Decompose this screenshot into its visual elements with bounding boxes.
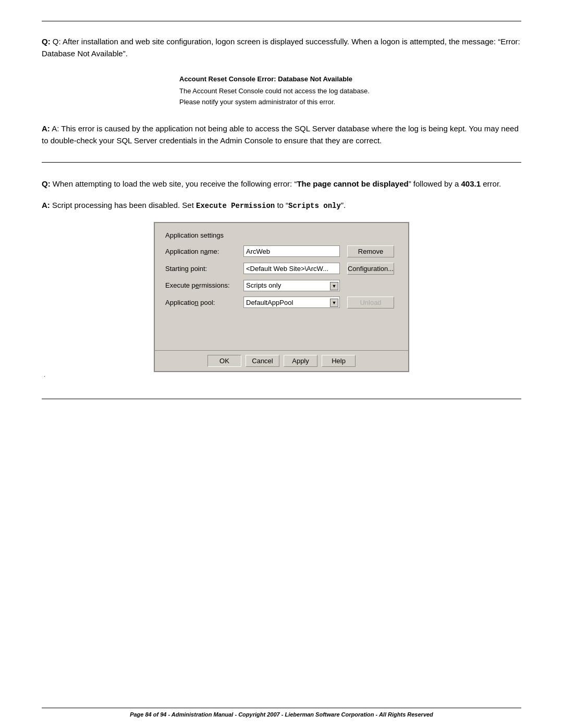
- middle-divider: [42, 162, 521, 163]
- dialog-apply-button[interactable]: Apply: [284, 355, 317, 367]
- dialog-select-value: Scripts only: [246, 281, 281, 289]
- dialog-input-appname[interactable]: [243, 245, 340, 257]
- dialog-row-appname: Application name: Remove: [165, 245, 398, 257]
- dialog-config-button[interactable]: Configuration...: [347, 263, 394, 275]
- dialog-remove-button[interactable]: Remove: [347, 245, 394, 257]
- dialog-select-pool-wrapper: DefaultAppPool ▼: [243, 297, 340, 308]
- dialog-row-execperms: Execute permissions: Scripts only ▼: [165, 280, 398, 291]
- dialog-screenshot: Application settings Application name: R…: [154, 222, 409, 372]
- q2-bold-q: Q:: [42, 179, 51, 188]
- dialog-row-apppool: Application pool: DefaultAppPool ▼ Unloa…: [165, 297, 398, 309]
- question1-text: Q: Q: After installation and web site co…: [42, 36, 521, 59]
- a1-content: A: This error is caused by the applicati…: [42, 124, 519, 145]
- dialog-value-startpoint: <Default Web Site>\ArcW...: [243, 263, 340, 274]
- top-divider: [42, 21, 521, 21]
- dialog-select-execperms[interactable]: Scripts only ▼: [243, 280, 340, 291]
- answer2-text: A: Script processing has been disabled. …: [42, 200, 521, 212]
- q2-error-code: 403.1: [461, 179, 481, 188]
- a2-code1: Execute Permission: [196, 202, 275, 210]
- bottom-section-divider: [42, 399, 521, 399]
- dialog-spacer: [165, 314, 398, 345]
- page-footer: Page 84 of 94 - Administration Manual - …: [42, 708, 521, 718]
- a2-bold-a: A:: [42, 201, 50, 209]
- dialog-unload-button[interactable]: Unload: [347, 297, 394, 309]
- dialog-row-startpoint: Starting point: <Default Web Site>\ArcW.…: [165, 263, 398, 275]
- question1-block: Q: Q: After installation and web site co…: [42, 36, 521, 146]
- answer1-text: A: A: This error is caused by the applic…: [42, 123, 521, 146]
- dialog-select-wrapper: Scripts only ▼: [243, 280, 340, 291]
- question2-block: Q: When attempting to load the web site,…: [42, 178, 521, 378]
- a1-bold-a: A:: [42, 124, 50, 133]
- dropdown-arrow2-icon: ▼: [330, 299, 338, 307]
- dialog-label-execperms: Execute permissions:: [165, 281, 243, 289]
- dot-mark: .: [44, 372, 521, 378]
- q1-bold-q: Q:: [42, 37, 51, 46]
- footer-text: Page 84 of 94 - Administration Manual - …: [130, 711, 433, 718]
- dialog-label-apppool: Application pool:: [165, 299, 243, 306]
- q1-text: Q: After installation and web site confi…: [42, 37, 520, 58]
- error-title: Account Reset Console Error: Database No…: [179, 74, 384, 85]
- dialog-help-button[interactable]: Help: [322, 355, 356, 367]
- question2-text: Q: When attempting to load the web site,…: [42, 178, 521, 190]
- dropdown-arrow-icon: ▼: [330, 282, 338, 290]
- section1: Q: Q: After installation and web site co…: [42, 36, 521, 146]
- dialog-select-apppool[interactable]: DefaultAppPool ▼: [243, 297, 340, 308]
- dialog-label-startpoint: Starting point:: [165, 265, 243, 273]
- q2-bold-error: The page cannot be displayed: [297, 179, 408, 188]
- dialog-ok-button[interactable]: OK: [207, 355, 241, 367]
- dialog-cancel-button[interactable]: Cancel: [246, 355, 279, 367]
- dialog-section-title: Application settings: [165, 231, 398, 239]
- error-line2: Please notify your system administrator …: [179, 97, 384, 108]
- error-screenshot: Account Reset Console Error: Database No…: [172, 69, 391, 113]
- section2: Q: When attempting to load the web site,…: [42, 178, 521, 378]
- dialog-label-appname: Application name:: [165, 248, 243, 255]
- dialog-footer: OK Cancel Apply Help: [155, 350, 408, 371]
- dialog-select-pool-value: DefaultAppPool: [246, 299, 293, 306]
- a2-code2: Scripts only: [288, 202, 341, 210]
- error-line1: The Account Reset Console could not acce…: [179, 86, 384, 97]
